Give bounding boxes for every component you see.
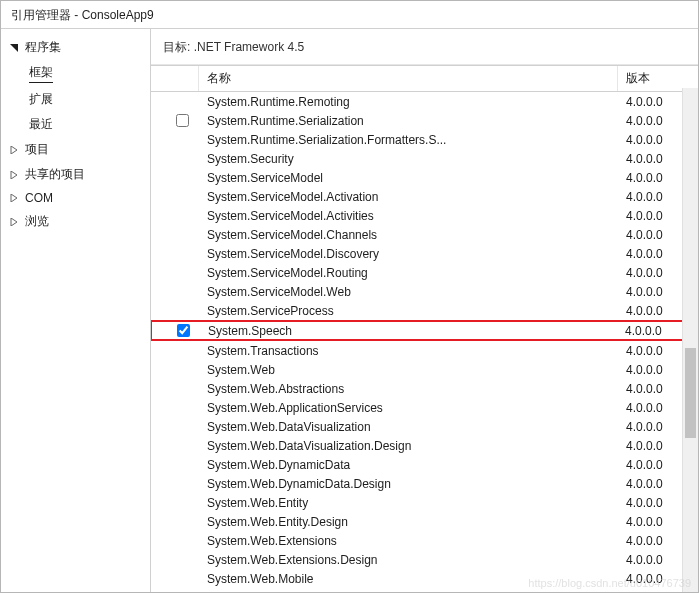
expander-icon <box>9 43 19 53</box>
cell-name: System.ServiceModel.Activation <box>199 190 618 204</box>
sidebar-group-项目[interactable]: 项目 <box>1 137 150 162</box>
sidebar-group-label: 项目 <box>25 141 49 158</box>
cell-check <box>151 114 199 127</box>
expander-icon <box>9 217 19 227</box>
sidebar-item-框架[interactable]: 框架 <box>1 60 150 87</box>
cell-name: System.Web <box>199 363 618 377</box>
assembly-row[interactable]: System.ServiceModel.Web4.0.0.0 <box>151 282 698 301</box>
cell-name: System.Runtime.Serialization.Formatters.… <box>199 133 618 147</box>
cell-name: System.ServiceModel.Web <box>199 285 618 299</box>
sidebar-group-程序集[interactable]: 程序集 <box>1 35 150 60</box>
cell-name: System.ServiceModel.Discovery <box>199 247 618 261</box>
assembly-row[interactable]: System.ServiceModel.Discovery4.0.0.0 <box>151 244 698 263</box>
assembly-row[interactable]: System.Web.Abstractions4.0.0.0 <box>151 379 698 398</box>
assembly-row[interactable]: System.Transactions4.0.0.0 <box>151 341 698 360</box>
target-framework-label: 目标: .NET Framework 4.5 <box>151 29 698 65</box>
assembly-row[interactable]: System.Runtime.Serialization.Formatters.… <box>151 130 698 149</box>
assembly-row[interactable]: System.Web.ApplicationServices4.0.0.0 <box>151 398 698 417</box>
sidebar-item-label: 最近 <box>29 116 53 133</box>
assembly-row[interactable]: System.Web.DataVisualization.Design4.0.0… <box>151 436 698 455</box>
cell-name: System.ServiceProcess <box>199 304 618 318</box>
sidebar-group-label: COM <box>25 191 53 205</box>
cell-name: System.Web.Extensions.Design <box>199 553 618 567</box>
main-panel: 目标: .NET Framework 4.5 名称 版本 System.Runt… <box>151 29 698 592</box>
assembly-row[interactable]: System.Web.RegularExpressions4.0.0.0 <box>151 588 698 592</box>
vertical-scrollbar[interactable] <box>682 88 698 592</box>
cell-name: System.Web.Extensions <box>199 534 618 548</box>
cell-name: System.ServiceModel.Channels <box>199 228 618 242</box>
assembly-row[interactable]: System.ServiceModel.Channels4.0.0.0 <box>151 225 698 244</box>
cell-name: System.Transactions <box>199 344 618 358</box>
assembly-checkbox[interactable] <box>176 114 189 127</box>
assembly-row[interactable]: System.Web.DynamicData.Design4.0.0.0 <box>151 474 698 493</box>
sidebar: 程序集框架扩展最近项目共享的项目COM浏览 <box>1 29 151 592</box>
cell-name: System.Web.Mobile <box>199 572 618 586</box>
sidebar-item-最近[interactable]: 最近 <box>1 112 150 137</box>
assembly-checkbox[interactable] <box>177 324 190 337</box>
sidebar-group-label: 共享的项目 <box>25 166 85 183</box>
cell-name: System.Web.Abstractions <box>199 382 618 396</box>
assembly-row[interactable]: System.Speech4.0.0.0 <box>151 320 698 341</box>
cell-name: System.ServiceModel <box>199 171 618 185</box>
assembly-row[interactable]: System.Web.DataVisualization4.0.0.0 <box>151 417 698 436</box>
cell-name: System.ServiceModel.Activities <box>199 209 618 223</box>
sidebar-item-label: 框架 <box>29 64 53 83</box>
sidebar-group-label: 浏览 <box>25 213 49 230</box>
cell-name: System.Web.DynamicData <box>199 458 618 472</box>
assembly-row[interactable]: System.Runtime.Remoting4.0.0.0 <box>151 92 698 111</box>
cell-name: System.Runtime.Remoting <box>199 95 618 109</box>
expander-icon <box>9 145 19 155</box>
cell-name: System.Security <box>199 152 618 166</box>
assembly-row[interactable]: System.Security4.0.0.0 <box>151 149 698 168</box>
assembly-grid-header: 名称 版本 <box>151 65 698 92</box>
cell-check <box>152 324 200 337</box>
assembly-row[interactable]: System.Web.Entity4.0.0.0 <box>151 493 698 512</box>
cell-name: System.Web.DynamicData.Design <box>199 477 618 491</box>
sidebar-item-label: 扩展 <box>29 91 53 108</box>
cell-name: System.Speech <box>200 324 617 338</box>
assembly-row[interactable]: System.Web4.0.0.0 <box>151 360 698 379</box>
assembly-row[interactable]: System.Web.Mobile4.0.0.0 <box>151 569 698 588</box>
cell-name: System.Web.Entity <box>199 496 618 510</box>
assembly-row[interactable]: System.Web.Entity.Design4.0.0.0 <box>151 512 698 531</box>
assembly-row[interactable]: System.ServiceModel.Activities4.0.0.0 <box>151 206 698 225</box>
cell-name: System.Runtime.Serialization <box>199 114 618 128</box>
assembly-row[interactable]: System.ServiceModel.Activation4.0.0.0 <box>151 187 698 206</box>
assembly-grid-body[interactable]: System.Runtime.Remoting4.0.0.0System.Run… <box>151 92 698 592</box>
assembly-row[interactable]: System.ServiceProcess4.0.0.0 <box>151 301 698 320</box>
expander-icon <box>9 193 19 203</box>
cell-name: System.Web.RegularExpressions <box>199 591 618 593</box>
window-body: 程序集框架扩展最近项目共享的项目COM浏览 目标: .NET Framework… <box>1 29 698 592</box>
assembly-row[interactable]: System.Web.Extensions4.0.0.0 <box>151 531 698 550</box>
assembly-row[interactable]: System.ServiceModel4.0.0.0 <box>151 168 698 187</box>
sidebar-group-共享的项目[interactable]: 共享的项目 <box>1 162 150 187</box>
sidebar-group-浏览[interactable]: 浏览 <box>1 209 150 234</box>
cell-name: System.Web.ApplicationServices <box>199 401 618 415</box>
assembly-row[interactable]: System.Web.Extensions.Design4.0.0.0 <box>151 550 698 569</box>
column-header-check[interactable] <box>151 66 199 91</box>
assembly-row[interactable]: System.Web.DynamicData4.0.0.0 <box>151 455 698 474</box>
cell-name: System.Web.DataVisualization.Design <box>199 439 618 453</box>
cell-name: System.Web.DataVisualization <box>199 420 618 434</box>
assembly-row[interactable]: System.Runtime.Serialization4.0.0.0 <box>151 111 698 130</box>
assembly-row[interactable]: System.ServiceModel.Routing4.0.0.0 <box>151 263 698 282</box>
reference-manager-window: 引用管理器 - ConsoleApp9 程序集框架扩展最近项目共享的项目COM浏… <box>0 0 699 593</box>
window-title: 引用管理器 - ConsoleApp9 <box>1 1 698 29</box>
cell-name: System.ServiceModel.Routing <box>199 266 618 280</box>
sidebar-group-COM[interactable]: COM <box>1 187 150 209</box>
sidebar-item-扩展[interactable]: 扩展 <box>1 87 150 112</box>
column-header-name[interactable]: 名称 <box>199 66 618 91</box>
scrollbar-thumb[interactable] <box>685 348 696 438</box>
sidebar-group-label: 程序集 <box>25 39 61 56</box>
expander-icon <box>9 170 19 180</box>
cell-name: System.Web.Entity.Design <box>199 515 618 529</box>
